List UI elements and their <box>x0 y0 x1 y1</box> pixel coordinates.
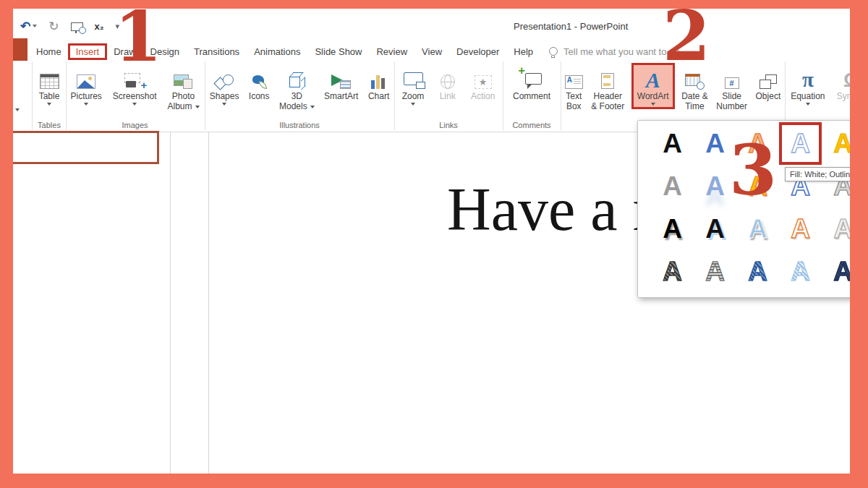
wordart-style-cell[interactable]: A <box>822 250 850 293</box>
wordart-style-tooltip: Fill: White; Outline: <box>785 167 850 181</box>
ribbon-group-links: Zoom Link ★ Action Links <box>394 61 503 130</box>
wordart-style-lightblue-shadow: A <box>748 215 767 242</box>
tab-home[interactable]: Home <box>29 44 69 59</box>
tab-insert[interactable]: Insert <box>69 44 107 59</box>
icons-button[interactable]: Icons <box>247 64 271 102</box>
quick-access-toolbar: ↶ ↻ x₂ ▾ <box>20 18 119 34</box>
link-button: Link <box>438 64 457 102</box>
wordart-style-cell[interactable]: A <box>822 122 850 165</box>
smartart-icon <box>331 74 351 89</box>
tell-me-search[interactable]: Tell me what you want to do <box>549 46 679 57</box>
slide-title-text[interactable]: Have a n <box>447 174 663 244</box>
3d-models-button[interactable]: 3D Models <box>278 64 316 112</box>
dropdown-chevron <box>310 106 315 108</box>
chart-button[interactable]: Chart <box>367 64 391 102</box>
3d-models-icon <box>289 77 300 87</box>
action-icon: ★ <box>475 75 492 89</box>
group-label-comments: Comments <box>503 121 561 129</box>
wordart-style-fill-gold: A <box>833 130 850 157</box>
header-footer-icon <box>601 73 614 89</box>
smartart-button[interactable]: SmartArt <box>323 64 359 102</box>
link-icon <box>441 74 455 89</box>
object-button[interactable]: Object <box>754 64 783 102</box>
dropdown-chevron <box>411 103 415 106</box>
group-label-illustrations: Illustrations <box>205 121 394 129</box>
wordart-style-cell[interactable]: A <box>779 250 822 293</box>
wordart-style-pattern-blue: A <box>748 258 767 285</box>
annotation-step-3: 3 <box>729 136 777 205</box>
wordart-style-cell[interactable]: A <box>822 207 850 250</box>
zoom-button[interactable]: Zoom <box>401 64 426 106</box>
equation-button[interactable]: π Equation <box>789 64 826 106</box>
tab-review[interactable]: Review <box>369 44 414 59</box>
ribbon-group-tables: Table Tables <box>32 61 67 130</box>
slide-area-divider <box>208 132 209 474</box>
comment-button[interactable]: Comment <box>511 64 552 102</box>
slide-number-button[interactable]: # Slide Number <box>715 64 749 112</box>
screenshot-root: { "window": { "title": "Presentation1 - … <box>0 0 868 488</box>
wordart-style-cell[interactable]: A <box>736 250 779 293</box>
thumbnail-pane-divider[interactable] <box>170 132 171 474</box>
start-presentation-icon <box>71 22 83 31</box>
wordart-style-cell[interactable]: A <box>651 207 694 250</box>
window-title: Presentation1 - PowerPoint <box>514 21 628 32</box>
start-presentation-button[interactable] <box>71 21 83 31</box>
wordart-style-pattern-navy: A <box>833 258 850 285</box>
dropdown-chevron <box>47 103 51 106</box>
ribbon-group-illustrations: Shapes Icons 3D Models SmartArt <box>205 61 395 130</box>
wordart-style-fill-white-outline: A <box>791 130 810 157</box>
text-box-button[interactable]: Text Box <box>563 64 584 112</box>
group-label-images: Images <box>65 121 205 129</box>
tab-help[interactable]: Help <box>506 44 540 59</box>
wordart-style-cell[interactable]: A <box>736 207 779 250</box>
pictures-button[interactable]: Pictures <box>69 64 103 106</box>
wordart-style-cell[interactable]: A <box>779 207 822 250</box>
wordart-style-cell[interactable]: A <box>651 122 694 165</box>
wordart-style-white-orange-outline: A <box>791 215 810 242</box>
wordart-style-cell[interactable]: A <box>651 165 694 207</box>
wordart-style-pattern-gray: A <box>705 258 725 285</box>
photo-album-button[interactable]: Photo Album <box>166 64 200 112</box>
tab-slide-show[interactable]: Slide Show <box>307 44 369 59</box>
dropdown-chevron <box>84 103 88 106</box>
wordart-style-cell[interactable]: A <box>694 250 736 293</box>
text-box-icon <box>565 75 583 89</box>
wordart-icon: A <box>646 71 660 90</box>
table-button[interactable]: Table <box>38 64 61 106</box>
shapes-button[interactable]: Shapes <box>208 64 241 106</box>
powerpoint-window: ↶ ↻ x₂ ▾ Presentation1 - PowerPoint Home… <box>13 9 850 474</box>
annotation-box-thumbnail <box>13 131 159 164</box>
wordart-style-pattern-darkgray: A <box>663 258 682 285</box>
wordart-style-fill-black: A <box>663 130 682 157</box>
undo-dropdown-caret[interactable] <box>33 25 37 27</box>
tab-animations[interactable]: Animations <box>247 44 307 59</box>
dropdown-chevron <box>222 103 226 106</box>
symbol-button: Ω Symbol <box>835 64 850 102</box>
wordart-style-black-blue-shadow: A <box>705 215 725 242</box>
dropdown-chevron <box>806 103 810 106</box>
redo-icon: ↻ <box>48 20 59 33</box>
pictures-icon <box>77 74 95 89</box>
header-footer-button[interactable]: Header & Footer <box>590 64 626 112</box>
dropdown-chevron <box>651 103 655 106</box>
subscript-button[interactable]: x₂ <box>95 21 104 32</box>
ribbon-group-comments: Comment Comments <box>503 61 561 130</box>
photo-album-icon <box>174 74 192 89</box>
wordart-style-cell[interactable]: A <box>694 207 736 250</box>
wordart-style-cell-selected[interactable]: A <box>779 122 822 165</box>
subscript-icon: x₂ <box>95 21 104 32</box>
undo-button[interactable]: ↶ <box>20 20 37 33</box>
tab-transitions[interactable]: Transitions <box>187 44 247 59</box>
annotation-step-1: 1 <box>114 9 162 71</box>
wordart-style-cell[interactable]: A <box>651 250 694 293</box>
clipped-button-chevron <box>15 108 20 111</box>
lightbulb-icon <box>549 47 558 56</box>
tab-view[interactable]: View <box>414 44 449 59</box>
chart-icon <box>371 74 386 89</box>
redo-button[interactable]: ↻ <box>48 20 59 33</box>
wordart-style-white-silver: A <box>833 215 850 242</box>
group-label-links: Links <box>394 121 503 129</box>
tab-developer[interactable]: Developer <box>449 44 506 59</box>
equation-icon: π <box>802 71 814 89</box>
wordart-style-pattern-lightblue: A <box>791 258 810 285</box>
